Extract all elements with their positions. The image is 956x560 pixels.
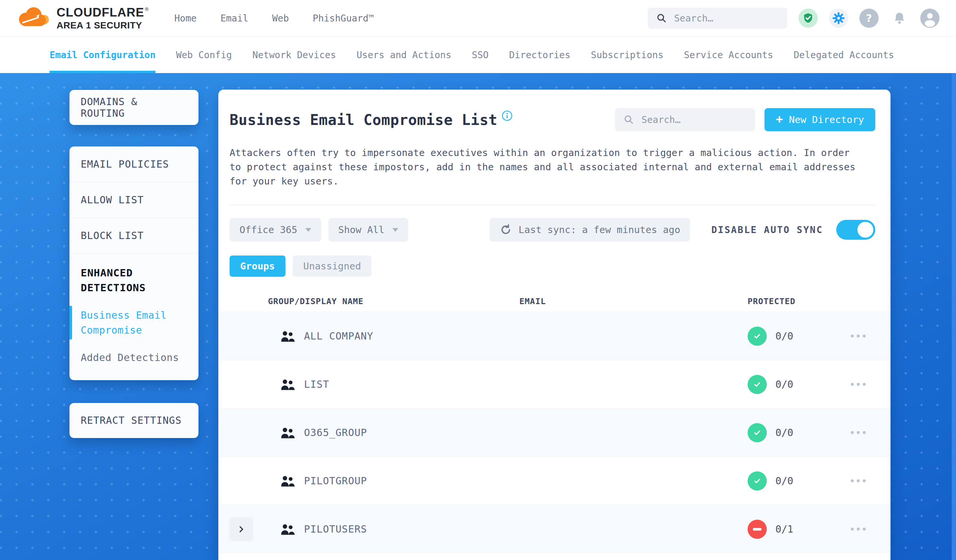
scrollbar-strip[interactable] (952, 73, 956, 560)
column-header-group: GROUP/DISPLAY NAME (268, 296, 519, 306)
group-name: ALL COMPANY (304, 330, 373, 342)
tab-directories[interactable]: Directories (509, 37, 570, 73)
sidebar-section-enhanced-detections[interactable]: ENHANCED DETECTIONS Business Email Compr… (69, 254, 198, 380)
content-stage: DOMAINS & ROUTING EMAIL POLICIESALLOW LI… (0, 73, 956, 560)
protected-count: 0/0 (775, 378, 793, 390)
help-glyph: ? (866, 12, 872, 25)
sidebar-item-email-policies[interactable]: EMAIL POLICIES (69, 146, 198, 182)
tab-users-and-actions[interactable]: Users and Actions (357, 37, 451, 73)
nav-link-phishguard[interactable]: PhishGuard™ (313, 13, 374, 24)
main-panel: Business Email Compromise List + New Dir… (219, 89, 890, 560)
tab-network-devices[interactable]: Network Devices (252, 37, 336, 73)
view-tabs: GroupsUnassigned (230, 256, 875, 277)
protected-count: 0/1 (775, 523, 793, 535)
enhanced-detections-title: ENHANCED DETECTIONS (81, 265, 187, 295)
nav-link-home[interactable]: Home (175, 13, 197, 24)
last-sync-status[interactable]: Last sync: a few minutes ago (490, 218, 690, 242)
nav-link-web[interactable]: Web (272, 13, 289, 24)
notifications-bell-icon[interactable] (890, 9, 909, 28)
check-icon (752, 476, 762, 486)
tab-web-config[interactable]: Web Config (176, 37, 232, 73)
sidebar: DOMAINS & ROUTING EMAIL POLICIESALLOW LI… (69, 90, 198, 438)
tab-bar: Email ConfigurationWeb ConfigNetwork Dev… (0, 36, 956, 73)
sidebar-item-domains-routing[interactable]: DOMAINS & ROUTING (69, 90, 198, 125)
brand-name: CLOUDFLARE (57, 6, 144, 19)
chevron-down-icon (305, 228, 311, 232)
panel-header: Business Email Compromise List + New Dir… (219, 89, 890, 131)
group-icon (280, 474, 296, 488)
tab-delegated-accounts[interactable]: Delegated Accounts (794, 37, 894, 73)
view-tab-groups[interactable]: Groups (230, 256, 286, 277)
page-title: Business Email Compromise List (230, 111, 497, 128)
group-icon (280, 522, 296, 536)
table-body: ALL COMPANY 0/0 (219, 312, 890, 553)
sidebar-policies-card: EMAIL POLICIESALLOW LISTBLOCK LIST ENHAN… (69, 146, 198, 380)
user-avatar-icon[interactable] (920, 9, 939, 28)
check-icon (752, 380, 762, 389)
brand-trademark: ® (145, 6, 149, 12)
new-directory-label: New Directory (789, 114, 864, 125)
protected-count: 0/0 (775, 427, 793, 438)
auto-sync-toggle[interactable] (836, 220, 875, 240)
tab-subscriptions[interactable]: Subscriptions (591, 37, 663, 73)
global-search-input[interactable] (673, 13, 779, 24)
table-row[interactable]: ALL COMPANY 0/0 (219, 312, 890, 360)
info-icon[interactable] (502, 110, 513, 122)
sidebar-item-added-detections[interactable]: Added Detections (81, 350, 187, 365)
nav-link-email[interactable]: Email (220, 13, 248, 24)
expand-row-button[interactable] (229, 518, 253, 541)
table-row[interactable]: PILOTUSERS 0/1 (219, 505, 890, 553)
directory-dropdown-value: Office 365 (239, 224, 297, 235)
tab-sso[interactable]: SSO (472, 37, 489, 73)
plus-icon: + (776, 112, 783, 126)
row-actions-button[interactable] (851, 524, 866, 534)
protected-status-icon (748, 423, 767, 442)
row-actions-button[interactable] (851, 476, 866, 486)
directory-dropdown[interactable]: Office 365 (230, 218, 321, 242)
search-icon (624, 115, 634, 125)
sidebar-item-block-list[interactable]: BLOCK LIST (69, 218, 198, 254)
refresh-icon (500, 223, 512, 236)
row-actions-button[interactable] (851, 331, 866, 341)
table-row[interactable]: O365_GROUP 0/0 (219, 408, 890, 456)
settings-gear-icon[interactable] (829, 9, 848, 28)
cloudflare-logo[interactable]: CLOUDFLARE ® AREA 1 SECURITY (18, 6, 149, 30)
group-name: LIST (304, 378, 329, 390)
show-filter-dropdown[interactable]: Show All (329, 218, 409, 242)
list-search[interactable] (615, 108, 755, 131)
sidebar-item-label: RETRACT SETTINGS (81, 414, 182, 426)
chevron-down-icon (392, 228, 398, 232)
group-icon (280, 426, 296, 440)
row-actions-button[interactable] (851, 380, 866, 389)
top-nav: HomeEmailWebPhishGuard™ (175, 13, 374, 24)
search-icon (656, 13, 667, 24)
sidebar-item-label: DOMAINS & ROUTING (81, 96, 187, 119)
view-tab-unassigned[interactable]: Unassigned (293, 256, 372, 277)
protected-count: 0/0 (775, 475, 793, 486)
sidebar-item-business-email-compromise[interactable]: Business Email Compromise (81, 308, 187, 337)
security-shield-icon[interactable] (799, 9, 818, 28)
list-search-input[interactable] (641, 114, 747, 125)
cloudflare-cloud-icon (18, 7, 50, 29)
tab-service-accounts[interactable]: Service Accounts (684, 37, 774, 73)
global-search[interactable] (648, 8, 787, 29)
table-row[interactable]: LIST 0/0 (219, 360, 890, 408)
page-description: Attackers often try to impersonate execu… (230, 146, 860, 188)
group-name: PILOTUSERS (304, 523, 367, 535)
sidebar-item-retract-settings[interactable]: RETRACT SETTINGS (69, 403, 198, 438)
row-actions-button[interactable] (851, 428, 866, 438)
auto-sync-label: DISABLE AUTO SYNC (711, 224, 823, 235)
group-icon (280, 329, 296, 343)
top-right-controls: ? (648, 8, 939, 29)
protected-status-icon (748, 520, 767, 539)
column-header-protected: PROTECTED (748, 296, 866, 306)
help-icon[interactable]: ? (859, 9, 879, 28)
chevron-right-icon (237, 525, 245, 533)
policy-list: EMAIL POLICIESALLOW LISTBLOCK LIST (69, 146, 198, 254)
tab-email-configuration[interactable]: Email Configuration (50, 37, 156, 73)
sidebar-item-allow-list[interactable]: ALLOW LIST (69, 182, 198, 218)
filter-row: Office 365 Show All Last sync: a few min… (230, 218, 875, 242)
table-row[interactable]: PILOTGROUP 0/0 (219, 456, 890, 505)
new-directory-button[interactable]: + New Directory (764, 108, 875, 131)
column-header-email: EMAIL (519, 296, 748, 306)
